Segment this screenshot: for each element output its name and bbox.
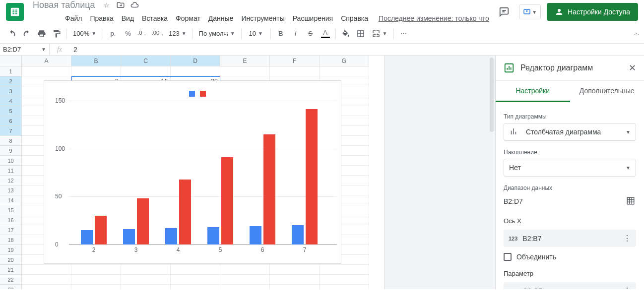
last-edit-link[interactable]: Последнее изменение: только что [379, 14, 489, 22]
col-header[interactable]: B [71, 56, 121, 66]
scrollbar-thumb[interactable] [490, 58, 494, 132]
menu-help[interactable]: Справка [337, 12, 372, 24]
menu-edit[interactable]: Правка [86, 12, 117, 24]
row-header[interactable]: 18 [0, 235, 22, 245]
star-icon[interactable]: ☆ [102, 0, 111, 9]
cell[interactable] [220, 265, 270, 275]
cell[interactable] [121, 66, 171, 76]
cell[interactable] [22, 275, 71, 285]
x-axis-chip[interactable]: 123 B2:B7 ⋮ [504, 230, 636, 247]
cell[interactable] [270, 285, 320, 289]
increase-decimal-button[interactable]: .00→ [151, 27, 165, 41]
borders-button[interactable] [354, 27, 368, 41]
currency-button[interactable]: р. [106, 27, 120, 41]
row-header[interactable]: 10 [0, 156, 22, 166]
paint-format-button[interactable] [50, 27, 64, 41]
row-header[interactable]: 8 [0, 136, 22, 146]
row-header[interactable]: 5 [0, 106, 22, 116]
cell[interactable] [71, 285, 121, 289]
cell[interactable] [22, 265, 71, 275]
percent-button[interactable]: % [121, 27, 135, 41]
comments-button[interactable] [495, 3, 513, 21]
stacking-select[interactable]: Нет ▼ [504, 159, 636, 177]
menu-file[interactable]: Файл [62, 12, 85, 24]
cell[interactable] [171, 275, 220, 285]
row-header[interactable]: 14 [0, 195, 22, 205]
cell[interactable] [71, 66, 121, 76]
redo-button[interactable] [20, 27, 34, 41]
cell[interactable] [320, 275, 369, 285]
series-chip[interactable]: 123 C2:C7 ⋮ [504, 282, 636, 289]
row-header[interactable]: 3 [0, 86, 22, 96]
menu-data[interactable]: Данные [205, 12, 237, 24]
zoom-dropdown[interactable]: 100%▼ [70, 27, 100, 40]
italic-button[interactable]: I [289, 27, 303, 41]
cell[interactable] [320, 265, 369, 275]
text-color-button[interactable]: A [319, 27, 332, 41]
row-header[interactable]: 9 [0, 146, 22, 156]
row-header[interactable]: 13 [0, 185, 22, 195]
number-format-dropdown[interactable]: 123▼ [166, 27, 190, 40]
close-icon[interactable]: ✕ [629, 62, 636, 73]
row-header[interactable]: 15 [0, 205, 22, 215]
collapse-toolbar-button[interactable]: ︿ [634, 29, 640, 38]
select-all-corner[interactable] [0, 56, 22, 66]
cell[interactable] [71, 275, 121, 285]
row-header[interactable]: 17 [0, 225, 22, 235]
cell[interactable] [22, 66, 71, 76]
cell[interactable] [171, 66, 220, 76]
formula-bar[interactable]: 2 [69, 46, 644, 54]
cell[interactable] [171, 265, 220, 275]
data-range-value[interactable]: B2:D7 [504, 197, 523, 205]
menu-tools[interactable]: Инструменты [238, 12, 288, 24]
tab-customize[interactable]: Дополнительные [570, 81, 644, 102]
row-header[interactable]: 4 [0, 96, 22, 106]
cell[interactable] [220, 66, 270, 76]
row-header[interactable]: 1 [0, 66, 22, 76]
row-header[interactable]: 12 [0, 176, 22, 185]
row-header[interactable]: 7 [0, 126, 22, 136]
row-header[interactable]: 19 [0, 245, 22, 255]
row-header[interactable]: 23 [0, 285, 22, 289]
cell[interactable] [220, 285, 270, 289]
cell[interactable] [270, 275, 320, 285]
col-header[interactable]: A [22, 56, 71, 66]
row-header[interactable]: 11 [0, 166, 22, 176]
row-header[interactable]: 16 [0, 215, 22, 225]
cell[interactable] [22, 285, 71, 289]
row-header[interactable]: 22 [0, 275, 22, 285]
tab-setup[interactable]: Настройки [496, 81, 570, 102]
document-title[interactable]: Новая таблица [30, 0, 98, 11]
col-header[interactable]: F [270, 56, 320, 66]
col-header[interactable]: D [171, 56, 220, 66]
menu-insert[interactable]: Вставка [138, 12, 171, 24]
cell[interactable] [171, 285, 220, 289]
col-header[interactable]: E [220, 56, 270, 66]
fill-color-button[interactable] [339, 27, 353, 41]
more-options-icon[interactable]: ⋮ [623, 286, 631, 289]
cell[interactable] [220, 275, 270, 285]
more-options-icon[interactable]: ⋮ [623, 234, 631, 243]
cell[interactable] [320, 285, 369, 289]
col-header[interactable]: G [320, 56, 369, 66]
cell[interactable] [121, 265, 171, 275]
menu-view[interactable]: Вид [118, 12, 137, 24]
present-button[interactable]: ▼ [519, 4, 541, 19]
bold-button[interactable]: B [274, 27, 288, 41]
decrease-decimal-button[interactable]: .0 ← [136, 27, 150, 41]
cell[interactable] [121, 285, 171, 289]
aggregate-checkbox[interactable] [504, 253, 512, 261]
cell[interactable] [121, 275, 171, 285]
row-header[interactable]: 2 [0, 76, 22, 86]
row-header[interactable]: 21 [0, 265, 22, 275]
cell[interactable] [71, 265, 121, 275]
chart-type-select[interactable]: Столбчатая диаграмма ▼ [504, 123, 636, 141]
chart-object[interactable]: 050100150234567 [44, 80, 341, 264]
print-button[interactable] [35, 27, 49, 41]
undo-button[interactable] [5, 27, 19, 41]
cell[interactable] [270, 66, 320, 76]
strikethrough-button[interactable]: S [304, 27, 318, 41]
cloud-status-icon[interactable] [130, 0, 139, 9]
more-button[interactable]: ⋯ [397, 27, 411, 41]
name-box[interactable]: B2:D7▼ [0, 44, 50, 55]
